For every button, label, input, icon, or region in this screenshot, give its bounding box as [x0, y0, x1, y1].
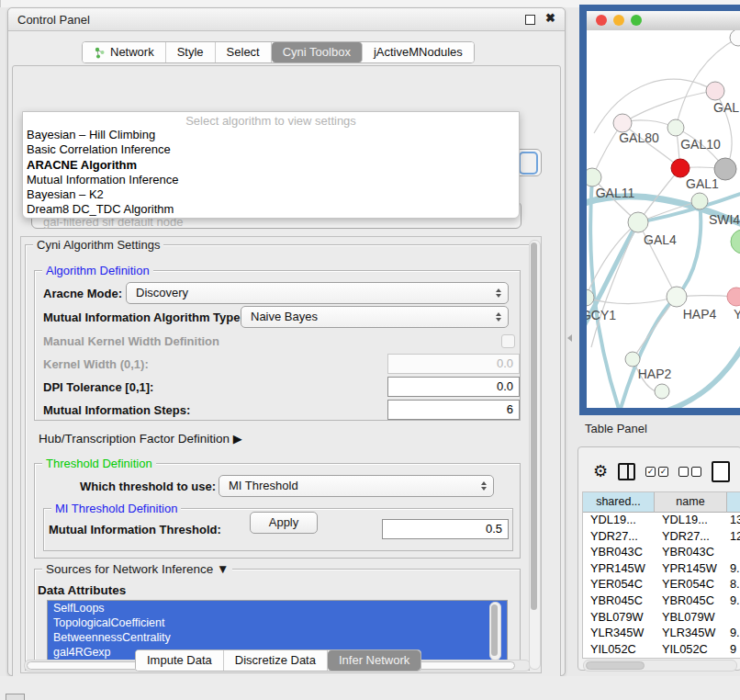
table-row[interactable]: YBR045CYBR045C9.	[583, 593, 740, 610]
table-row[interactable]: YER054CYER054C8.	[583, 577, 740, 593]
hub-definition-toggle[interactable]: Hub/Transcription Factor Definition ▶	[39, 432, 242, 446]
attributes-scrollbar[interactable]	[489, 602, 501, 660]
mi-threshold-label: Mutual Information Threshold:	[49, 523, 221, 536]
network-edge[interactable]	[590, 177, 620, 408]
tab-discretize-data[interactable]: Discretize Data	[224, 650, 328, 671]
algorithm-option[interactable]: Mutual Information Inference	[27, 173, 515, 187]
network-node-y[interactable]	[727, 288, 740, 306]
unchecked-pair-icon[interactable]	[678, 467, 701, 477]
table-horizontal-scrollbar[interactable]	[583, 660, 737, 672]
network-node-gal10[interactable]	[667, 119, 684, 136]
data-attribute-item[interactable]: BetweennessCentrality	[48, 630, 507, 645]
algorithm-option[interactable]: Bayesian – K2	[27, 187, 515, 202]
table-row[interactable]: YBR043CYBR043C	[583, 545, 740, 561]
mi-threshold-definition-title: MI Threshold Definition	[51, 502, 181, 515]
algorithm-option[interactable]: Basic Correlation Inference	[27, 142, 515, 157]
column-header-shared...[interactable]: shared...	[583, 492, 655, 513]
network-window-titlebar[interactable]	[587, 11, 740, 31]
settings-vertical-scrollbar[interactable]	[529, 240, 541, 670]
control-panel-titlebar: Control Panel ✖	[8, 8, 565, 31]
mi-threshold-field[interactable]: 0.5	[382, 519, 509, 539]
table-cell: YPR145W	[662, 561, 717, 575]
algorithm-option[interactable]: Bayesian – Hill Climbing	[27, 128, 515, 142]
network-canvas[interactable]: GALGAL80GAL10GAL1GAL11SWI4GAL4GCY1HAP4YH…	[587, 30, 740, 408]
tab-impute-data[interactable]: Impute Data	[136, 650, 224, 671]
network-edge[interactable]	[633, 297, 677, 359]
sources-title[interactable]: Sources for Network Inference ▼	[42, 562, 232, 576]
column-header-cut[interactable]	[727, 492, 740, 513]
spinner-icon	[496, 288, 501, 298]
tab-cyni-toolbox[interactable]: Cyni Toolbox	[272, 42, 363, 62]
table-panel-title: Table Panel	[585, 422, 647, 435]
column-header-name[interactable]: name	[655, 492, 727, 513]
tab-select[interactable]: Select	[216, 42, 272, 62]
apply-button[interactable]: Apply	[250, 512, 318, 534]
node-label: HAP2	[638, 367, 672, 381]
data-attribute-item[interactable]: TopologicalCoefficient	[48, 615, 507, 630]
table-row[interactable]: YPR145WYPR145W9.	[583, 561, 740, 578]
float-window-icon[interactable]	[525, 15, 535, 25]
network-node[interactable]	[655, 384, 669, 399]
node-label: SWI4	[709, 212, 740, 227]
cyni-algorithm-settings-group: Cyni Algorithm Settings Algorithm Defini…	[25, 244, 530, 671]
algorithm-dropdown-list: Bayesian – Hill ClimbingBasic Correlatio…	[27, 128, 515, 218]
network-node-gal[interactable]	[706, 82, 724, 100]
network-edge[interactable]	[594, 79, 715, 133]
mini-window-icon[interactable]	[6, 694, 25, 700]
mi-steps-field[interactable]: 6	[387, 400, 520, 420]
table-row[interactable]: YDL19...YDL19...13	[583, 513, 740, 529]
table-cell: YBR045C	[662, 593, 714, 607]
splitter-arrow-icon[interactable]	[567, 334, 572, 342]
network-node-swi4[interactable]	[691, 193, 708, 209]
aracne-mode-combo[interactable]: Discovery	[126, 282, 509, 304]
column-split-icon[interactable]	[618, 463, 635, 480]
mi-algorithm-type-combo[interactable]: Naive Bayes	[241, 306, 509, 328]
manual-kernel-width-checkbox[interactable]	[501, 334, 515, 348]
table-cell: YDR27...	[662, 529, 710, 543]
table-panel-toolbar: ⚙ ✓✓	[582, 455, 740, 488]
spinner-icon	[481, 481, 487, 491]
network-node-gal11[interactable]	[587, 168, 601, 186]
gear-icon[interactable]: ⚙	[593, 461, 608, 481]
cyni-algorithm-settings-title: Cyni Algorithm Settings	[33, 238, 163, 252]
threshold-definition-title: Threshold Definition	[42, 457, 156, 470]
table-row[interactable]: YIL052CYIL052C9	[583, 642, 740, 659]
tab-infer-network[interactable]: Infer Network	[328, 650, 420, 671]
checked-pair-icon[interactable]: ✓✓	[645, 467, 668, 477]
hub-definition-label: Hub/Transcription Factor Definition	[39, 432, 230, 446]
algorithm-option[interactable]: ARACNE Algorithm	[27, 158, 515, 173]
table-cell: YDL19...	[662, 513, 708, 526]
network-node[interactable]	[714, 158, 736, 180]
which-threshold-combo[interactable]: MI Threshold	[219, 475, 494, 497]
table-row[interactable]: YBL079WYBL079W	[583, 610, 740, 627]
table-cell: YDR27...	[590, 529, 638, 543]
node-label: GAL10	[680, 137, 721, 152]
algorithm-dropdown-prompt: Select algorithm to view settings	[23, 114, 519, 128]
zoom-traffic-light[interactable]	[631, 15, 642, 26]
minimize-traffic-light[interactable]	[613, 15, 624, 26]
network-icon	[94, 47, 106, 59]
network-graph[interactable]: GALGAL80GAL10GAL1GAL11SWI4GAL4GCY1HAP4YH…	[587, 30, 740, 408]
tab-style[interactable]: Style	[166, 42, 216, 62]
close-traffic-light[interactable]	[596, 15, 607, 26]
page-icon[interactable]	[712, 461, 730, 482]
network-edge[interactable]	[665, 333, 740, 408]
network-node[interactable]	[730, 30, 740, 46]
network-node-hap2[interactable]	[625, 352, 640, 367]
close-icon[interactable]: ✖	[545, 11, 555, 25]
node-table[interactable]: shared...nameYDL19...YDL19...13YDR27...Y…	[582, 491, 740, 659]
dpi-tolerance-field[interactable]: 0.0	[387, 377, 520, 397]
network-edge[interactable]	[622, 91, 715, 123]
algorithm-option[interactable]: Dream8 DC_TDC Algorithm	[27, 202, 515, 217]
network-node[interactable]	[731, 230, 740, 254]
network-node-hap4[interactable]	[667, 287, 687, 307]
network-node-gal4[interactable]	[628, 212, 648, 232]
tab-network[interactable]: Network	[83, 42, 166, 62]
tab-jactivemnodules[interactable]: jActiveMNodules	[363, 42, 474, 62]
table-cell: YLR345W	[590, 626, 644, 639]
table-row[interactable]: YDR27...YDR27...12	[583, 529, 740, 546]
network-node-gal1[interactable]	[671, 159, 690, 177]
network-node-gal80[interactable]	[613, 114, 632, 132]
data-attribute-item[interactable]: SelfLoops	[48, 601, 507, 615]
table-row[interactable]: YLR345WYLR345W9.	[583, 626, 740, 642]
